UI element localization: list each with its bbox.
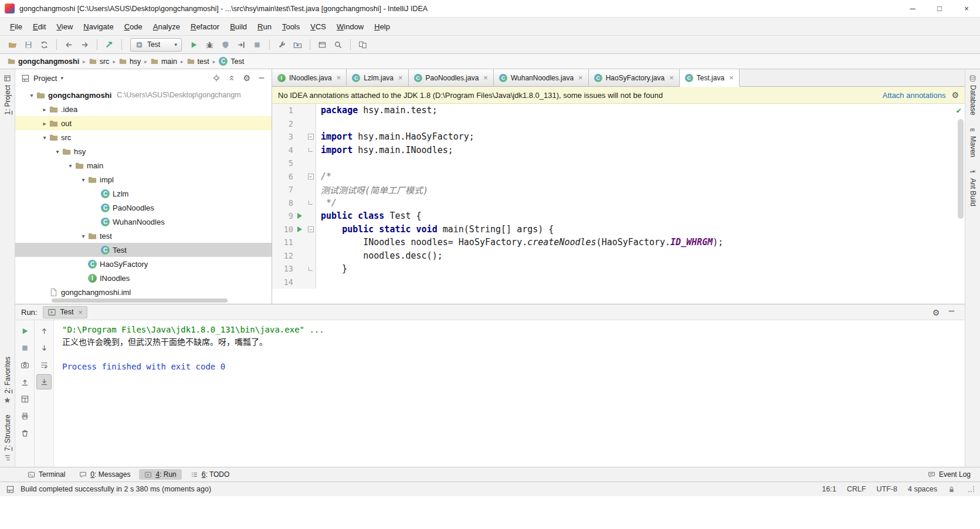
tree-item-haosyfactory[interactable]: CHaoSyFactory xyxy=(15,257,272,271)
project-view-selector[interactable]: Project xyxy=(33,74,57,83)
close-tab-icon[interactable]: × xyxy=(669,74,674,82)
tree-item-inoodles[interactable]: IINoodles xyxy=(15,271,272,285)
tree-chevron-icon[interactable]: ▾ xyxy=(40,134,49,141)
menu-item-run[interactable]: Run xyxy=(252,20,277,33)
tree-item-paonoodles[interactable]: CPaoNoodles xyxy=(15,201,272,215)
editor-tab-paonoodles-java[interactable]: CPaoNoodles.java× xyxy=(409,69,494,86)
tree-item-test[interactable]: ▾test xyxy=(15,229,272,243)
tree-chevron-icon[interactable]: ▸ xyxy=(40,120,49,127)
fold-collapse-icon[interactable]: − xyxy=(308,174,314,179)
editor-tab-haosyfactory-java[interactable]: CHaoSyFactory.java× xyxy=(589,69,680,86)
back-button[interactable] xyxy=(61,38,77,52)
locate-icon[interactable] xyxy=(212,74,221,82)
build-hammer-button[interactable] xyxy=(101,38,117,52)
close-tab-icon[interactable]: × xyxy=(483,74,488,82)
tree-item-gongchangmoshi-iml[interactable]: gongchangmoshi.iml xyxy=(15,285,272,299)
run-tab-test[interactable]: Test × xyxy=(43,306,87,318)
editor-scrollbar[interactable] xyxy=(958,119,964,219)
screenshot-button[interactable] xyxy=(17,357,32,372)
tree-chevron-icon[interactable]: ▾ xyxy=(79,177,88,183)
menu-item-view[interactable]: View xyxy=(51,20,78,33)
hide-icon[interactable] xyxy=(257,74,266,82)
tool-window-button-2-favorites[interactable]: 2: Favorites xyxy=(4,351,12,409)
tree-chevron-icon[interactable]: ▾ xyxy=(53,148,62,155)
tree-chevron-icon[interactable]: ▾ xyxy=(79,233,88,239)
close-tab-icon[interactable]: × xyxy=(78,308,83,316)
stop-button[interactable] xyxy=(249,38,265,52)
maximize-button[interactable]: □ xyxy=(926,0,953,17)
menu-item-refactor[interactable]: Refactor xyxy=(185,20,225,33)
tree-chevron-icon[interactable]: ▾ xyxy=(66,162,75,169)
menu-item-code[interactable]: Code xyxy=(119,20,148,33)
menu-item-window[interactable]: Window xyxy=(331,20,369,33)
clear-all-button[interactable] xyxy=(17,425,32,440)
tool-window-button-maven[interactable]: mMaven xyxy=(969,120,977,162)
tool-window-button-database[interactable]: Database xyxy=(969,69,977,120)
code-editor[interactable]: 1package hsy.main.test;23−import hsy.mai… xyxy=(272,104,965,304)
breadcrumb-item-src[interactable]: src xyxy=(87,57,111,66)
tool-window-button-7-structure[interactable]: 7: Structure xyxy=(4,409,12,467)
up-stack-button[interactable] xyxy=(36,323,52,338)
dump-threads-button[interactable] xyxy=(17,374,32,389)
stop-run-button[interactable] xyxy=(17,340,32,355)
hide-button[interactable] xyxy=(944,304,959,319)
tree-item-wuhannoodles[interactable]: CWuhanNoodles xyxy=(15,215,272,229)
tool-window-tab-terminal[interactable]: Terminal xyxy=(22,469,70,480)
close-button[interactable]: × xyxy=(953,0,980,17)
tree-item-idea[interactable]: ▸.idea xyxy=(15,102,272,116)
gear-button[interactable]: ⚙ xyxy=(928,305,944,320)
close-tab-icon[interactable]: × xyxy=(729,74,734,82)
run-console[interactable]: "D:\Program Files\Java\jdk1.8.0_131\bin\… xyxy=(54,320,965,467)
run-button[interactable] xyxy=(186,38,202,52)
menu-item-analyze[interactable]: Analyze xyxy=(148,20,185,33)
editor-tab-test-java[interactable]: CTest.java× xyxy=(680,69,740,87)
debug-button[interactable] xyxy=(202,38,218,52)
minimize-button[interactable]: ─ xyxy=(899,0,926,17)
file-encoding[interactable]: UTF-8 xyxy=(877,485,897,493)
fold-collapse-icon[interactable]: − xyxy=(308,226,314,232)
attach-debugger-button[interactable] xyxy=(233,38,249,52)
menu-item-build[interactable]: Build xyxy=(225,20,252,33)
indent-info[interactable]: 4 spaces xyxy=(908,485,937,493)
synchronize-button[interactable] xyxy=(36,38,52,52)
caret-position[interactable]: 16:1 xyxy=(822,485,836,493)
tool-window-button-ant-build[interactable]: Ant Build xyxy=(969,162,977,212)
tool-window-button-1-project[interactable]: 1: Project xyxy=(4,69,12,120)
banner-settings-icon[interactable]: ⚙ xyxy=(951,91,959,99)
close-tab-icon[interactable]: × xyxy=(337,74,341,82)
breadcrumb-item-gongchangmoshi[interactable]: gongchangmoshi xyxy=(6,57,81,66)
close-tab-icon[interactable]: × xyxy=(398,74,403,82)
restore-layout-button[interactable] xyxy=(17,391,32,406)
menu-item-file[interactable]: File xyxy=(5,20,28,33)
rerun-button[interactable] xyxy=(17,323,32,338)
tool-window-tab-0-messages[interactable]: 0: Messages xyxy=(74,469,135,480)
down-stack-button[interactable] xyxy=(36,340,52,355)
attach-annotations-link[interactable]: Attach annotations xyxy=(883,91,946,100)
menu-item-tools[interactable]: Tools xyxy=(277,20,305,33)
close-tab-icon[interactable]: × xyxy=(578,74,583,82)
open-folder-button[interactable] xyxy=(5,38,21,52)
editor-tab-inoodles-java[interactable]: IINoodles.java× xyxy=(272,69,347,86)
run-line-icon[interactable] xyxy=(297,213,302,219)
tree-item-gongchangmoshi[interactable]: ▾gongchangmoshiC:\Users\ASUS\Desktop\gon… xyxy=(15,88,272,102)
tree-item-impl[interactable]: ▾impl xyxy=(15,172,272,186)
forward-button[interactable] xyxy=(77,38,93,52)
compare-button[interactable] xyxy=(355,38,371,52)
coverage-button[interactable] xyxy=(218,38,233,52)
menu-item-vcs[interactable]: VCS xyxy=(305,20,331,33)
editor-tab-lzlm-java[interactable]: CLzlm.java× xyxy=(347,69,408,86)
editor-tab-wuhannoodles-java[interactable]: CWuhanNoodles.java× xyxy=(494,69,589,86)
menu-item-help[interactable]: Help xyxy=(369,20,395,33)
fold-collapse-icon[interactable]: − xyxy=(308,134,314,140)
breadcrumb-item-hsy[interactable]: hsy xyxy=(117,57,143,66)
line-separator[interactable]: CRLF xyxy=(847,485,866,493)
tool-window-switcher-icon[interactable] xyxy=(6,485,15,494)
breadcrumb-item-test[interactable]: CTest xyxy=(217,56,246,66)
soft-wrap-button[interactable] xyxy=(36,357,52,372)
project-horizontal-scrollbar[interactable] xyxy=(52,299,228,303)
readonly-lock-icon[interactable] xyxy=(948,486,955,493)
resize-grip[interactable] xyxy=(968,486,974,492)
gear-icon[interactable]: ⚙ xyxy=(243,74,250,82)
tree-chevron-icon[interactable]: ▾ xyxy=(27,92,36,99)
fold-end-icon[interactable] xyxy=(308,201,313,205)
